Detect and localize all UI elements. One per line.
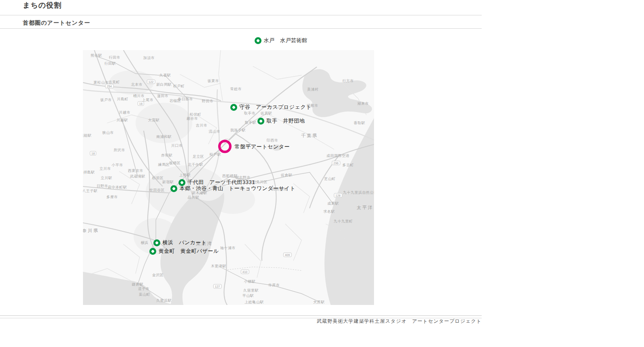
map-place-label: 北本市 xyxy=(131,82,143,87)
map-place-label: 赤羽駅 xyxy=(161,153,173,158)
marker-label: 水戸 水戸芸術館 xyxy=(264,37,308,44)
map-place-label: 坂戸市 xyxy=(100,97,112,103)
map-place-label: 久留里駅 xyxy=(243,288,259,293)
map-place-label: 習志野市 xyxy=(235,175,251,180)
route-number-badge: 127 xyxy=(213,284,222,289)
map-place-label: 久里浜駅 xyxy=(156,298,172,303)
map-place-label: 北千住駅 xyxy=(188,162,203,167)
map-place-label: 市原市 xyxy=(268,283,280,288)
map-place-label: 小平市 xyxy=(112,163,123,168)
map-place-label: 足立区 xyxy=(193,154,204,159)
map-place-label: 金沢区 xyxy=(152,273,164,278)
map-place-label: 板橋区 xyxy=(169,161,181,166)
map-place-label: 久喜駅 xyxy=(159,73,171,78)
map-place-label: 潮来市 xyxy=(357,101,369,106)
map-place-label: 川島町 xyxy=(117,97,129,102)
map-place-label: 杉戸町 xyxy=(173,84,185,89)
map-place-label: 神奈川県 xyxy=(83,228,99,234)
dot-marker-icon xyxy=(255,37,261,44)
map-place-label: 大原駅 xyxy=(313,300,325,305)
map-place-label: 品川駅 xyxy=(188,195,200,200)
map-place-label: 大宮駅 xyxy=(148,118,160,123)
route-number-badge: 6 xyxy=(224,139,229,144)
page-subtitle: 首都圏のアートセンター xyxy=(23,18,90,27)
map-place-label: 八王子駅 xyxy=(83,188,98,194)
map-place-label: 蓮田市 xyxy=(157,93,169,99)
map-place-label: 印西市 xyxy=(267,138,278,143)
map-place-label: 成東駅 xyxy=(327,201,339,206)
map-place-label: 流山市 xyxy=(209,129,221,134)
map-place-label: 杉並区 xyxy=(152,176,164,181)
map-place-label: 葉山町 xyxy=(139,292,151,297)
metropolitan-area-map: 熊谷駅行田市行田駅加須市久喜駅新白岡駅東松山市吉見町北本市桶川市上尾市坂戸市川島… xyxy=(83,50,374,305)
map-place-label: 多摩市 xyxy=(106,195,118,200)
map-place-label: 吉川市 xyxy=(196,123,208,128)
map-place-label: 九十九里浜自然公園 xyxy=(343,190,374,195)
map-place-label: 横浜 xyxy=(141,240,149,245)
route-number-badge: 296 xyxy=(332,161,340,165)
map-place-label: 上総亀山駅 xyxy=(244,300,264,305)
route-number-badge: 254 xyxy=(105,84,114,89)
map-place-label: 日野市 xyxy=(97,184,108,189)
map-place-label: 芝山町 xyxy=(324,176,336,182)
route-number-badge: 18 xyxy=(90,151,96,156)
map-place-label: 木更津駅 xyxy=(211,264,226,269)
map-place-label: 飯能駅 xyxy=(83,133,91,138)
map-place-label: 立川市 xyxy=(100,166,111,171)
map-place-label: 熊谷駅 xyxy=(91,53,102,58)
map-place-label: 平山駅 xyxy=(242,293,254,298)
map-place-label: 松戸駅 xyxy=(210,152,221,157)
map-place-label: 稲敷市 xyxy=(307,103,319,108)
map-place-label: 川越駅 xyxy=(117,118,128,123)
route-number-badge: 409 xyxy=(283,253,292,257)
map-place-label: 世田谷区 xyxy=(149,188,165,193)
route-number-badge: 410 xyxy=(241,270,249,274)
map-place-label: 花見川区 xyxy=(252,180,268,185)
map-place-label: 立川駅 xyxy=(101,176,113,181)
page-title: まちの役割 xyxy=(23,0,62,11)
route-number-badge: 128 xyxy=(334,193,342,198)
map-place-label: 行方市 xyxy=(342,78,354,84)
map-place-label: 新白岡駅 xyxy=(156,82,172,87)
map-place-label: 九十九里町 xyxy=(334,219,353,224)
route-number-badge: 16 xyxy=(138,102,144,106)
map-place-label: 常総市 xyxy=(230,87,242,92)
map-place-label: 加須市 xyxy=(143,55,155,61)
map-place-label: 我孫子駅 xyxy=(230,128,246,133)
page-footer-credit: 武蔵野美術大学建築学科土屋スタジオ アートセンタープロジェクト xyxy=(0,318,482,324)
map-place-label: 四街道市 xyxy=(272,187,287,192)
map-place-label: 野田市 xyxy=(202,99,214,104)
map-place-label: 太平洋 xyxy=(357,205,374,211)
map-place-label: 南浦和駅 xyxy=(156,134,172,140)
map-place-label: 越谷市 xyxy=(187,116,198,121)
map-marker-mito: 水戸 水戸芸術館 xyxy=(255,37,308,44)
map-place-label: 川口市 xyxy=(171,143,183,148)
map-place-label: 香取駅 xyxy=(354,121,366,126)
map-place-label: 拝島駅 xyxy=(83,170,95,175)
route-number-badge: 122 xyxy=(147,80,155,84)
map-place-label: 美浦村 xyxy=(307,87,319,92)
map-place-label: 袖ケ浦市 xyxy=(220,245,236,251)
map-place-label: 春日部市 xyxy=(178,97,193,102)
map-place-label: 行田駅 xyxy=(104,61,116,66)
map-place-label: 狭山市 xyxy=(102,130,114,135)
header-divider-top xyxy=(0,15,482,15)
header-divider-bottom xyxy=(0,28,482,29)
slide-page: { "page": { "title": "まちの役割", "subtitle"… xyxy=(0,0,644,347)
map-place-label: 佐貫駅 xyxy=(261,111,272,116)
map-place-label: 新宿駅 xyxy=(162,180,174,185)
map-place-label: 東京湾 xyxy=(196,241,213,247)
map-place-label: 千葉県 xyxy=(301,133,318,139)
map-place-label: 求名駅 xyxy=(323,209,335,214)
map-place-label: 取手市 xyxy=(244,111,256,116)
map-place-label: 練馬区 xyxy=(158,162,170,167)
map-place-label: 所沢市 xyxy=(114,148,125,153)
map-place-label: 成田国際空港 xyxy=(327,153,350,159)
map-place-label: 川越市 xyxy=(119,110,131,115)
map-place-label: 西東京市 xyxy=(128,168,143,174)
map-place-label: 府中本町駅 xyxy=(108,185,127,190)
map-place-label: 小櫃駅 xyxy=(244,279,256,284)
map-place-label: 坂東市 xyxy=(208,78,219,84)
map-place-label: 上野駅 xyxy=(179,173,191,178)
map-place-label: 取手駅 xyxy=(245,120,257,125)
